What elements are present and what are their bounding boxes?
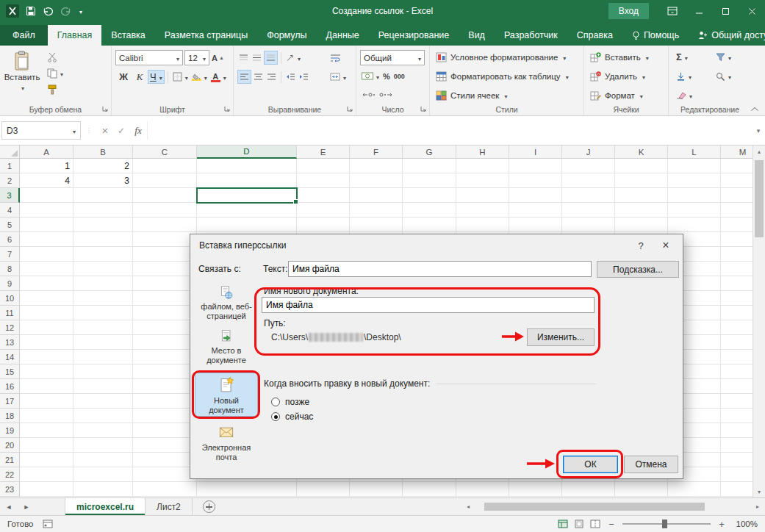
cell-F2[interactable]: [350, 173, 403, 188]
cell-I4[interactable]: [509, 203, 562, 218]
cancel-entry-icon[interactable]: [97, 124, 113, 137]
collapse-ribbon-icon[interactable]: [750, 107, 759, 112]
row-header-18[interactable]: 18: [0, 409, 20, 423]
radio-edit-now[interactable]: сейчас: [271, 411, 313, 422]
cell-A7[interactable]: [20, 247, 73, 262]
align-left-button[interactable]: [237, 70, 251, 84]
cell-K2[interactable]: [615, 173, 668, 188]
row-header-19[interactable]: 19: [0, 423, 20, 438]
column-header-E[interactable]: E: [297, 145, 350, 159]
cell-I3[interactable]: [509, 188, 562, 203]
cell-A11[interactable]: [20, 306, 73, 320]
cell-C7[interactable]: [133, 247, 197, 262]
align-top-button[interactable]: [237, 51, 250, 65]
cell-D1[interactable]: [197, 159, 297, 173]
cell-D3[interactable]: [197, 188, 297, 203]
link-existing-file-button[interactable]: файлом, веб-страницей: [195, 281, 258, 323]
redo-icon[interactable]: [60, 7, 71, 16]
tab-review[interactable]: Рецензирование: [369, 25, 459, 46]
cell-G3[interactable]: [403, 188, 456, 203]
cell-A3[interactable]: [20, 188, 73, 203]
cell-G23[interactable]: [403, 482, 456, 497]
cell-C14[interactable]: [133, 350, 197, 364]
sheet-tab-microexcel[interactable]: microexcel.ru: [65, 498, 146, 515]
sign-in-button[interactable]: Вход: [608, 3, 649, 19]
cell-B16[interactable]: [73, 379, 133, 394]
cell-L3[interactable]: [668, 188, 721, 203]
column-header-D[interactable]: D: [197, 145, 297, 159]
decrease-decimal-button[interactable]: [378, 87, 395, 101]
qat-customize-icon[interactable]: [78, 6, 82, 16]
column-header-L[interactable]: L: [668, 145, 721, 159]
cell-B18[interactable]: [73, 409, 133, 423]
cell-B2[interactable]: 3: [73, 173, 133, 188]
cell-B11[interactable]: [73, 306, 133, 320]
ok-button[interactable]: ОК: [563, 456, 618, 473]
cell-A18[interactable]: [20, 409, 73, 423]
cell-B5[interactable]: [73, 218, 133, 232]
cell-B13[interactable]: [73, 335, 133, 350]
cell-C21[interactable]: [133, 453, 197, 467]
new-document-name-input[interactable]: [262, 297, 595, 313]
tab-tell-me[interactable]: Помощь: [622, 25, 689, 46]
cell-K5[interactable]: [615, 218, 668, 232]
cell-B20[interactable]: [73, 438, 133, 453]
radio-now-icon[interactable]: [271, 412, 280, 421]
cell-B19[interactable]: [73, 423, 133, 438]
column-header-B[interactable]: B: [73, 145, 133, 159]
cell-C6[interactable]: [133, 232, 197, 247]
cell-J3[interactable]: [562, 188, 615, 203]
tab-home[interactable]: Главная: [48, 25, 102, 46]
increase-decimal-button[interactable]: [360, 87, 377, 101]
cell-A22[interactable]: [20, 467, 73, 482]
clipboard-dialog-launcher[interactable]: [101, 105, 109, 112]
cell-A6[interactable]: [20, 232, 73, 247]
cell-C10[interactable]: [133, 291, 197, 306]
font-dialog-launcher[interactable]: [223, 105, 231, 112]
cell-C22[interactable]: [133, 467, 197, 482]
expand-formula-bar-icon[interactable]: [752, 127, 765, 134]
cell-K23[interactable]: [615, 482, 668, 497]
cell-B10[interactable]: [73, 291, 133, 306]
font-color-button[interactable]: А: [209, 70, 228, 84]
minimize-button[interactable]: [686, 0, 712, 22]
align-middle-button[interactable]: [251, 51, 263, 65]
row-header-17[interactable]: 17: [0, 394, 20, 409]
zoom-out-button[interactable]: [606, 519, 617, 530]
row-header-21[interactable]: 21: [0, 453, 20, 467]
cell-E1[interactable]: [297, 159, 350, 173]
change-path-button[interactable]: Изменить...: [527, 328, 595, 346]
align-right-button[interactable]: [265, 70, 278, 84]
insert-cells-button[interactable]: Вставить: [590, 49, 649, 65]
normal-view-icon[interactable]: [558, 520, 568, 528]
cell-B1[interactable]: 2: [73, 159, 133, 173]
cell-D23[interactable]: [197, 482, 297, 497]
cell-B3[interactable]: [73, 188, 133, 203]
clear-button[interactable]: [675, 88, 694, 102]
cell-B22[interactable]: [73, 467, 133, 482]
cell-K3[interactable]: [615, 188, 668, 203]
cell-K1[interactable]: [615, 159, 668, 173]
row-header-6[interactable]: 6: [0, 232, 20, 247]
cell-E5[interactable]: [297, 218, 350, 232]
cell-A10[interactable]: [20, 291, 73, 306]
confirm-entry-icon[interactable]: [113, 126, 129, 136]
delete-cells-button[interactable]: Удалить: [590, 68, 645, 85]
cell-C19[interactable]: [133, 423, 197, 438]
cell-B6[interactable]: [73, 232, 133, 247]
tab-formulas[interactable]: Формулы: [257, 25, 316, 46]
row-header-7[interactable]: 7: [0, 247, 20, 262]
format-cells-button[interactable]: Формат: [590, 87, 643, 104]
cell-H5[interactable]: [456, 218, 509, 232]
scroll-up-icon[interactable]: [753, 145, 765, 157]
fill-button[interactable]: [675, 69, 693, 83]
sort-filter-button[interactable]: [714, 50, 733, 64]
cell-L4[interactable]: [668, 203, 721, 218]
cell-C20[interactable]: [133, 438, 197, 453]
cell-C16[interactable]: [133, 379, 197, 394]
paste-button[interactable]: Вставить: [4, 49, 40, 92]
cell-C18[interactable]: [133, 409, 197, 423]
column-header-G[interactable]: G: [403, 145, 456, 159]
select-all-corner[interactable]: [0, 145, 20, 159]
cell-B23[interactable]: [73, 482, 133, 497]
